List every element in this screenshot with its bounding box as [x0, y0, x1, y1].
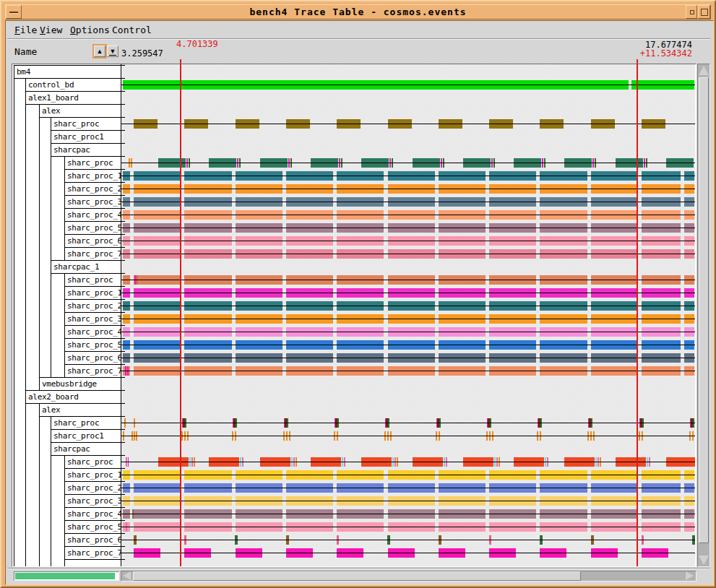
tree-node-sharc_proc_5[interactable]: sharc_proc_5: [64, 520, 121, 534]
tree-branch-line: [51, 481, 51, 495]
tree-node-alex1_board[interactable]: alex1_board: [25, 91, 121, 105]
row-boundary-tick: [121, 234, 125, 235]
menu-item-file[interactable]: File: [14, 25, 37, 37]
row-boundary-tick: [121, 351, 125, 352]
tree-node-sharc_proc[interactable]: sharc_proc: [51, 416, 121, 430]
tree-branch-line: [14, 377, 14, 391]
tree-node-sharc_proc_6[interactable]: sharc_proc_6: [64, 533, 121, 547]
tree-node-sharcpac[interactable]: sharcpac: [51, 143, 121, 157]
row-boundary-tick: [121, 182, 125, 183]
tree-node-label: sharc_proc_3: [65, 495, 121, 507]
tree-node-sharc_proc[interactable]: sharc_proc: [51, 117, 121, 131]
tree-branch-line: [14, 117, 14, 131]
tree-node-sharc_proc_3[interactable]: sharc_proc_3: [64, 312, 121, 326]
tree-node-alex2_board[interactable]: alex2_board: [25, 390, 121, 404]
tree-branch-line: [51, 520, 51, 534]
tree-node-sharc_proc_5[interactable]: sharc_proc_5: [64, 338, 121, 352]
scrollbar-up-arrow-icon[interactable]: [699, 66, 709, 75]
tree-node-sharc_proc[interactable]: sharc_proc: [64, 273, 121, 287]
row-boundary-tick: [121, 78, 125, 79]
tree-branch-line: [25, 533, 26, 547]
tree-node-sharc_proc_7[interactable]: sharc_proc_7: [64, 546, 121, 560]
tree-node-sharcpac[interactable]: sharcpac: [51, 442, 121, 456]
tree-branch-line: [14, 195, 14, 209]
scrollbar-down-arrow-icon[interactable]: [699, 555, 709, 565]
tree-node-sharc_proc1[interactable]: sharc_proc1: [51, 429, 121, 443]
tree-node-sharc_proc1[interactable]: sharc_proc1: [51, 130, 121, 144]
time-cursor-1[interactable]: [180, 64, 181, 566]
scrollbar-left-arrow-icon[interactable]: [123, 571, 131, 580]
titlebar[interactable]: bench4 Trace Table - cosmos.events: [5, 4, 711, 20]
tree-node-bm4[interactable]: bm4: [14, 65, 121, 79]
row-boundary-tick: [121, 390, 125, 391]
tree-node-sharc_proc_4[interactable]: sharc_proc_4: [64, 507, 121, 521]
tree-node-sharc_proc[interactable]: sharc_proc: [64, 156, 121, 170]
tree-branch-line: [14, 390, 14, 404]
time-cursor-2[interactable]: [637, 64, 638, 566]
tree-node-sharc_proc_7[interactable]: sharc_proc_7: [64, 364, 121, 378]
tree-node-sharc_proc_6[interactable]: sharc_proc_6: [64, 351, 121, 365]
tree-node-sharc_proc_1[interactable]: sharc_proc_1: [64, 286, 121, 300]
tree-branch-line: [39, 416, 40, 430]
tree-node-label: sharcpac: [51, 443, 121, 455]
tree-branch-line: [14, 533, 14, 547]
tree-branch-line: [51, 299, 51, 313]
menu-item-control[interactable]: Control: [112, 25, 152, 37]
tree-branch-line: [51, 273, 51, 287]
tree-branch-line: [39, 494, 40, 508]
tree-branch-line: [39, 338, 40, 352]
scroll-up-button[interactable]: ▲: [94, 46, 105, 57]
menu-item-options[interactable]: Options: [70, 25, 110, 37]
maximize-button[interactable]: [698, 5, 710, 19]
tree-node-alex[interactable]: alex: [39, 104, 121, 118]
tree-node-sharc_proc[interactable]: sharc_proc: [64, 455, 121, 469]
tree-node-control_bd[interactable]: control_bd: [25, 78, 121, 92]
tree-branch-line: [39, 130, 40, 144]
minimize-button[interactable]: [686, 5, 697, 19]
tree-node-sharc_proc_5[interactable]: sharc_proc_5: [64, 221, 121, 235]
row-boundary-tick: [121, 520, 125, 521]
trace-centerline: [121, 215, 695, 215]
row-boundary-tick: [121, 312, 125, 313]
tree-branch-line: [14, 208, 14, 222]
tree-branch-line: [14, 403, 14, 417]
tree-node-sharc_proc_3[interactable]: sharc_proc_3: [64, 494, 121, 508]
row-boundary-tick: [121, 130, 125, 131]
row-boundary-tick: [121, 403, 125, 404]
row-boundary-tick: [121, 221, 125, 222]
tree-node-sharc_proc_4[interactable]: sharc_proc_4: [64, 208, 121, 222]
tree-branch-line: [14, 364, 14, 378]
scrollbar-right-arrow-icon[interactable]: [686, 571, 694, 580]
tree-node-alex[interactable]: alex: [39, 403, 121, 417]
tree-node-sharc_proc_7[interactable]: sharc_proc_7: [64, 247, 121, 261]
tree-branch-line: [14, 507, 14, 521]
tree-node-sharc_proc_1[interactable]: sharc_proc_1: [64, 169, 121, 183]
tree-node-sharc_proc_6[interactable]: sharc_proc_6: [64, 234, 121, 248]
tree-node-sharc_proc_2[interactable]: sharc_proc_2: [64, 481, 121, 495]
horizontal-scrollbar-thumb[interactable]: [133, 571, 581, 581]
menu-item-view[interactable]: View: [40, 25, 62, 37]
tree-node-vmebusbridge[interactable]: vmebusbridge: [39, 377, 121, 391]
scroll-down-button[interactable]: ▼: [107, 46, 118, 57]
timeline-plot[interactable]: [121, 64, 695, 566]
tree-node-sharc_proc_2[interactable]: sharc_proc_2: [64, 182, 121, 196]
trace-centerline: [121, 436, 695, 436]
tree-branch-line: [39, 260, 40, 274]
trace-centerline: [121, 254, 695, 254]
tree-branch-line: [51, 364, 51, 378]
tree-node-label: sharc_proc_6: [65, 352, 121, 364]
vertical-scrollbar-thumb[interactable]: [699, 77, 709, 543]
trace-centerline: [121, 176, 695, 176]
tree-branch-line: [25, 494, 26, 508]
tree-node-sharc_proc_4[interactable]: sharc_proc_4: [64, 325, 121, 339]
tree-node-sharc_proc_3[interactable]: sharc_proc_3: [64, 195, 121, 209]
tree-branch-line: [39, 468, 40, 482]
tree-node-sharcpac_1[interactable]: sharcpac_1: [51, 260, 121, 274]
tree-branch-line: [39, 143, 40, 157]
tree-node-label: alex1_board: [26, 92, 121, 104]
horizontal-scrollbar[interactable]: [121, 571, 696, 581]
tree-branch-line: [39, 520, 40, 534]
vertical-scrollbar[interactable]: [697, 64, 710, 567]
tree-node-sharc_proc_2[interactable]: sharc_proc_2: [64, 299, 121, 313]
tree-node-sharc_proc_1[interactable]: sharc_proc_1: [64, 468, 121, 482]
